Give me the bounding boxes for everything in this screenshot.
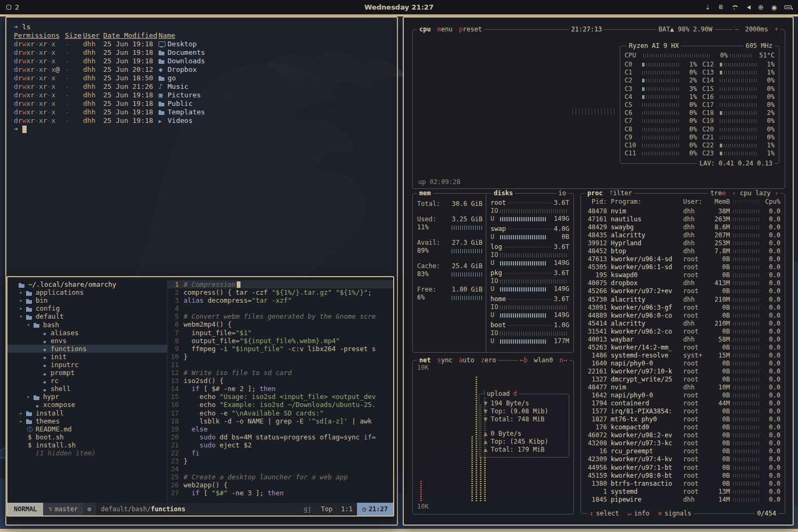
code-line[interactable]: 9 ffmpeg -i "$input_file" -c:v libx264 -… xyxy=(168,345,393,353)
tree-item[interactable]: shell xyxy=(7,385,167,393)
process-row[interactable]: 1 systemd root 13M 0.0 xyxy=(585,488,780,496)
box-button[interactable]: auto xyxy=(459,356,475,364)
clock[interactable]: Wednesday 21:27 xyxy=(0,3,798,11)
code-line[interactable]: 24 xyxy=(168,465,393,473)
code-line[interactable]: 25 # Create a desktop launcher for a web… xyxy=(168,473,393,481)
mem-box-title[interactable]: mem xyxy=(417,189,433,197)
tree-item[interactable]: install.sh xyxy=(7,441,167,449)
tree-item[interactable]: ▸ config xyxy=(7,304,167,312)
code-line[interactable]: 13 iso2sd() { xyxy=(168,377,393,385)
tree-item[interactable]: inputrc xyxy=(7,361,167,369)
process-row[interactable]: 48452 btop dhh 7.8M 0.0 xyxy=(585,247,780,255)
tree-item[interactable]: envs xyxy=(7,337,167,345)
code-line[interactable]: 14 if [ $# -ne 2 ]; then xyxy=(168,385,393,393)
code-line[interactable]: 26 web2app() { xyxy=(168,481,393,489)
footer-button[interactable]: ≡signals xyxy=(658,510,692,518)
process-row[interactable]: 1486 systemd-resolve syst+ 15M 0.0 xyxy=(585,352,780,360)
process-row[interactable]: 48429 swaybg dhh 8.6M 0.0 xyxy=(585,223,780,231)
process-row[interactable]: 45266 kworker/u97:2+ev root 0B 0.0 xyxy=(585,287,780,295)
tree-item[interactable]: README.md xyxy=(7,425,167,433)
interval-plus[interactable]: + xyxy=(775,26,778,34)
process-row[interactable]: 45159 kworker/u98:0-bt root 0B 0.0 xyxy=(585,472,780,480)
code-line[interactable]: 2 compress() { tar -czf "${1%/}.tar.gz" … xyxy=(168,288,393,296)
volume-icon[interactable] xyxy=(744,5,751,10)
code-line[interactable]: 4 xyxy=(168,304,393,312)
process-row[interactable]: 1794 containerd root 44M 0.0 xyxy=(585,400,780,408)
code-line[interactable]: 21 sudo eject $2 xyxy=(168,441,393,449)
process-row[interactable]: 48478 nvim dhh 38M 0.0 xyxy=(585,207,780,215)
process-row[interactable]: 195 kswapd0 root 0B 0.0 xyxy=(585,271,780,279)
code-line[interactable]: 10 } xyxy=(168,353,393,361)
col-cpu[interactable]: Cpu% xyxy=(763,198,780,206)
code-line[interactable]: 8 output_file="${input_file%.webm}.mp4" xyxy=(168,337,393,345)
process-row[interactable]: 45263 kworker/14:2-mm_ root 0B 0.0 xyxy=(585,344,780,352)
tree-item[interactable]: functions xyxy=(7,345,167,353)
code-line[interactable]: 3 alias decompress="tar -xzf" xyxy=(168,296,393,304)
code-line[interactable]: 23 } xyxy=(168,457,393,465)
process-row[interactable]: 46072 kworker/u98:2-ev root 0B 0.0 xyxy=(585,431,780,439)
tree-item[interactable]: ▸ themes xyxy=(7,417,167,425)
code-line[interactable]: 6 webm2mp4() { xyxy=(168,320,393,328)
process-row[interactable]: 44889 kworker/u96:0-co root 0B 0.0 xyxy=(585,312,780,320)
process-row[interactable]: 16 rcu_preempt root 0B 0.0 xyxy=(585,447,780,455)
code-line[interactable]: 17 echo -e "\nAvailable SD cards:" xyxy=(168,409,393,417)
process-row[interactable]: 40075 dropbox dhh 413M 0.0 xyxy=(585,279,780,287)
tree-item[interactable]: aliases xyxy=(7,329,167,337)
sort-selector[interactable]: ‹ cpu lazy › xyxy=(732,189,778,197)
process-row[interactable]: 1327 dmcrypt_write/25 root 0B 0.0 xyxy=(585,376,780,384)
code-line[interactable]: 5 # Convert webm files generated by the … xyxy=(168,312,393,320)
box-button[interactable]: cpu xyxy=(419,26,431,34)
tree-item[interactable]: xcompose xyxy=(7,401,167,409)
process-row[interactable]: 42309 kworker/u97:4-kv root 0B 0.0 xyxy=(585,455,780,463)
wifi-icon[interactable] xyxy=(731,4,737,11)
code-line[interactable]: 16 echo "Example: iso2sd ~/Downloads/ubu… xyxy=(168,401,393,409)
col-mem[interactable]: MemB xyxy=(709,198,730,206)
box-button[interactable]: preset xyxy=(459,26,482,34)
bluetooth-icon[interactable] xyxy=(718,4,724,11)
col-pid[interactable]: Pid: xyxy=(585,198,611,206)
tree-item[interactable]: ▸ applications xyxy=(7,288,167,296)
box-button[interactable]: menu xyxy=(437,26,453,34)
tree-item[interactable]: (1 hidden item) xyxy=(7,449,167,457)
code-line[interactable]: 27 if [ "$#" -ne 3 ]; then xyxy=(168,489,393,497)
network-interface[interactable]: ←b wlan0 n→ xyxy=(518,356,569,364)
prev-interface-button[interactable]: ←b xyxy=(520,356,527,364)
disks-box-title[interactable]: disks xyxy=(492,189,515,197)
update-interval[interactable]: − 2000ms + xyxy=(733,26,780,34)
col-program[interactable]: Program: xyxy=(611,198,683,206)
git-branch[interactable]: master xyxy=(43,503,83,516)
process-row[interactable]: 31541 kworker/u96:2-co root 0B 0.0 xyxy=(585,328,780,336)
process-row[interactable]: 45414 alacritty dhh 210M 0.0 xyxy=(585,320,780,328)
tree-item[interactable]: boot.sh xyxy=(7,433,167,441)
box-button[interactable]: proc xyxy=(587,189,603,197)
code-line[interactable]: 20 sudo dd bs=4M status=progress oflag=s… xyxy=(168,433,393,441)
process-row[interactable]: 47161 nautilus dhh 263M 0.0 xyxy=(585,215,780,223)
code-line[interactable]: 22 fi xyxy=(168,449,393,457)
col-user[interactable]: User: xyxy=(683,198,709,206)
process-row[interactable]: 1380 btrfs-transactio root 0B 0.0 xyxy=(585,480,780,488)
process-row[interactable]: 1827 mt76-tx phy0 root 0B 0.0 xyxy=(585,415,780,423)
tree-item[interactable]: prompt xyxy=(7,369,167,377)
process-row[interactable]: 43091 kworker/u96:3-gf root 0B 0.0 xyxy=(585,304,780,312)
code-line[interactable]: 11 xyxy=(168,361,393,369)
tree-item[interactable]: ▸ bin xyxy=(7,296,167,304)
process-row[interactable]: 45730 alacritty dhh 210M 0.0 xyxy=(585,296,780,304)
process-row[interactable]: 39912 Hyprland dhh 253M 0.0 xyxy=(585,239,780,247)
network-icon[interactable] xyxy=(758,4,764,11)
process-row[interactable]: 1577 irq/81-PIXA3854: root 0B 0.0 xyxy=(585,408,780,415)
code-editor[interactable]: 1 # Compression 2 compress() { tar -czf … xyxy=(167,277,393,503)
process-row[interactable]: 48435 alacritty dhh 207M 0.0 xyxy=(585,231,780,239)
box-button[interactable]: net xyxy=(419,356,431,364)
code-line[interactable]: 12 # Write iso file to sd card xyxy=(168,369,393,377)
process-row[interactable]: 22161 kworker/u97:10-k root 0B 0.0 xyxy=(585,368,780,376)
process-row[interactable]: 1640 napi/phy0-0 root 0B 0.0 xyxy=(585,360,780,368)
box-button[interactable]: sync xyxy=(437,356,453,364)
box-button[interactable]: filter xyxy=(609,189,632,197)
tree-item[interactable]: ▾ default xyxy=(7,312,167,320)
interval-minus[interactable]: − xyxy=(735,26,738,34)
tree-item[interactable]: ~/.local/share/omarchy xyxy=(7,280,167,288)
tree-item[interactable]: init xyxy=(7,353,167,361)
tree-item[interactable]: ▸ hypr xyxy=(7,393,167,401)
process-row[interactable]: 44956 kworker/u97:1-bt root 0B 0.0 xyxy=(585,464,780,472)
tree-toggle-button[interactable]: tree xyxy=(710,189,726,197)
